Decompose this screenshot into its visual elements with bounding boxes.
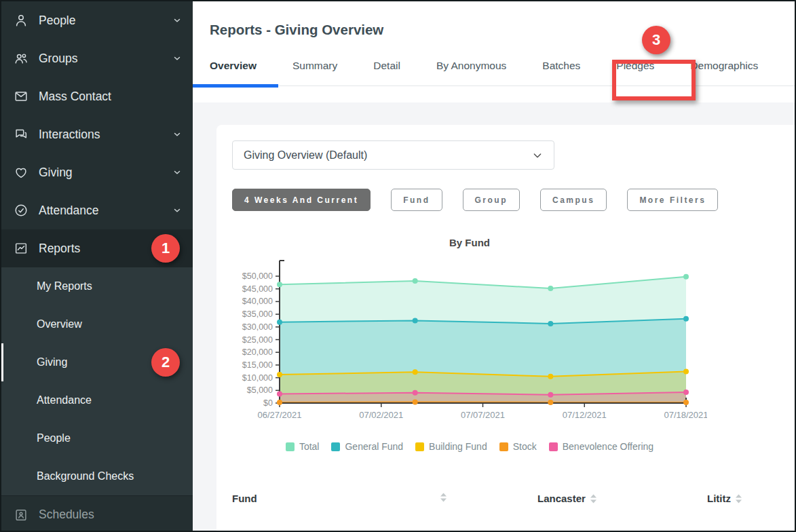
svg-text:06/27/2021: 06/27/2021 — [257, 410, 301, 420]
sidebar-item-reports[interactable]: Reports 1 — [1, 229, 193, 267]
filter-button-group[interactable]: Group — [463, 189, 520, 211]
sidebar-item-schedules[interactable]: Schedules — [1, 495, 193, 532]
column-header-fund: Fund — [232, 493, 257, 504]
main-area: Reports - Giving Overview Overview Summa… — [193, 1, 795, 531]
legend-label: Building Fund — [429, 441, 487, 452]
column-label: Fund — [232, 493, 257, 504]
filter-button-fund[interactable]: Fund — [391, 189, 442, 211]
legend-swatch — [499, 442, 508, 451]
sidebar-item-interactions[interactable]: Interactions — [1, 115, 193, 153]
submenu-item-label: Attendance — [37, 394, 92, 406]
app-window: People Groups Mass Contact Interactions … — [0, 0, 796, 532]
reports-submenu: My Reports Overview Giving 2 Attendance … — [1, 267, 193, 495]
submenu-item-overview[interactable]: Overview — [1, 305, 193, 343]
legend-swatch — [549, 442, 558, 451]
svg-text:07/12/2021: 07/12/2021 — [563, 410, 607, 420]
chart-title: By Fund — [232, 237, 707, 248]
legend-item: Building Fund — [415, 441, 487, 452]
report-select[interactable]: Giving Overview (Default) — [232, 140, 554, 170]
submenu-item-giving[interactable]: Giving 2 — [1, 343, 193, 381]
submenu-item-attendance[interactable]: Attendance — [1, 381, 193, 419]
sort-icon[interactable] — [440, 493, 447, 502]
sort-icon[interactable] — [735, 494, 742, 504]
schedule-card-icon — [14, 508, 29, 522]
tab-by-anonymous[interactable]: By Anonymous — [436, 60, 506, 86]
envelope-icon — [14, 89, 29, 104]
annotation-step-3-badge: 3 — [642, 26, 670, 54]
sidebar-item-people[interactable]: People — [1, 1, 193, 39]
sort-control-fund[interactable] — [440, 493, 447, 502]
report-card: Giving Overview (Default) 4 Weeks And Cu… — [216, 125, 795, 532]
sidebar: People Groups Mass Contact Interactions … — [1, 1, 193, 531]
svg-text:$25,000: $25,000 — [242, 335, 273, 345]
legend-swatch — [286, 442, 295, 451]
annotation-step-1-badge: 1 — [151, 234, 180, 263]
column-label: Lititz — [707, 493, 731, 504]
submenu-item-background-checks[interactable]: Background Checks — [1, 457, 193, 495]
annotation-highlight-box-pledges — [612, 60, 696, 100]
svg-text:07/18/2021: 07/18/2021 — [664, 410, 707, 420]
chevron-down-icon — [172, 54, 182, 63]
chevron-down-icon — [172, 130, 182, 139]
sidebar-item-giving[interactable]: Giving — [1, 153, 193, 191]
svg-text:$15,000: $15,000 — [242, 360, 273, 370]
giving-by-fund-chart: $0$5,000$10,000$15,000$20,000$25,000$30,… — [232, 254, 707, 423]
sidebar-item-label: Schedules — [39, 508, 182, 522]
tab-overview[interactable]: Overview — [210, 60, 257, 86]
filter-button-more-filters[interactable]: More Filters — [627, 189, 718, 211]
person-icon — [14, 13, 29, 28]
legend-item: Total — [286, 441, 320, 452]
svg-text:$45,000: $45,000 — [242, 284, 273, 294]
svg-text:$0: $0 — [263, 398, 273, 408]
chart-icon — [14, 241, 29, 256]
svg-text:07/07/2021: 07/07/2021 — [461, 410, 505, 420]
report-select-value: Giving Overview (Default) — [244, 149, 532, 162]
submenu-item-label: My Reports — [37, 280, 92, 292]
sidebar-item-attendance[interactable]: Attendance — [1, 191, 193, 229]
chat-bubbles-icon — [14, 127, 29, 142]
sidebar-item-label: Groups — [39, 52, 172, 66]
tab-detail[interactable]: Detail — [373, 60, 400, 86]
submenu-item-label: Overview — [37, 318, 82, 330]
svg-text:$10,000: $10,000 — [242, 373, 273, 383]
column-label: Lancaster — [537, 493, 586, 504]
tab-demographics[interactable]: Demographics — [690, 60, 758, 86]
sidebar-item-label: Attendance — [39, 204, 172, 218]
active-indicator — [1, 343, 3, 381]
svg-text:$40,000: $40,000 — [242, 297, 273, 306]
sidebar-item-mass-contact[interactable]: Mass Contact — [1, 77, 193, 115]
legend-swatch — [331, 442, 340, 451]
filter-button-campus[interactable]: Campus — [540, 189, 607, 211]
svg-text:$35,000: $35,000 — [242, 309, 273, 319]
sidebar-item-label: People — [39, 14, 172, 28]
fund-table-header: Fund Lancaster Lititz — [232, 493, 779, 509]
legend-label: Stock — [513, 441, 537, 452]
chart-legend: TotalGeneral FundBuilding FundStockBenev… — [232, 441, 707, 452]
chevron-down-icon — [172, 206, 182, 215]
sidebar-item-label: Giving — [39, 166, 172, 180]
svg-text:$5,000: $5,000 — [247, 385, 273, 395]
submenu-item-label: People — [37, 432, 71, 444]
active-tab-underline — [193, 84, 278, 88]
chart-section: By Fund $0$5,000$10,000$15,000$20,000$25… — [232, 237, 707, 452]
sidebar-item-label: Interactions — [39, 128, 172, 142]
legend-swatch — [415, 442, 424, 451]
filter-bar: 4 Weeks And Current Fund Group Campus Mo… — [232, 189, 779, 211]
submenu-item-people[interactable]: People — [1, 419, 193, 457]
submenu-item-my-reports[interactable]: My Reports — [1, 267, 193, 305]
chevron-down-icon — [532, 150, 543, 161]
sort-icon[interactable] — [590, 494, 597, 504]
groups-icon — [14, 51, 29, 66]
tab-batches[interactable]: Batches — [542, 60, 580, 86]
legend-label: Total — [299, 441, 320, 452]
chevron-down-icon — [172, 16, 182, 25]
filter-button-date-range[interactable]: 4 Weeks And Current — [232, 189, 371, 211]
page-title: Reports - Giving Overview — [193, 1, 795, 38]
sidebar-item-groups[interactable]: Groups — [1, 39, 193, 77]
svg-text:$30,000: $30,000 — [242, 322, 273, 332]
tab-summary[interactable]: Summary — [292, 60, 337, 86]
annotation-step-2-badge: 2 — [151, 348, 180, 377]
heart-icon — [14, 165, 29, 180]
legend-label: General Fund — [345, 441, 403, 452]
svg-text:$20,000: $20,000 — [242, 347, 273, 357]
